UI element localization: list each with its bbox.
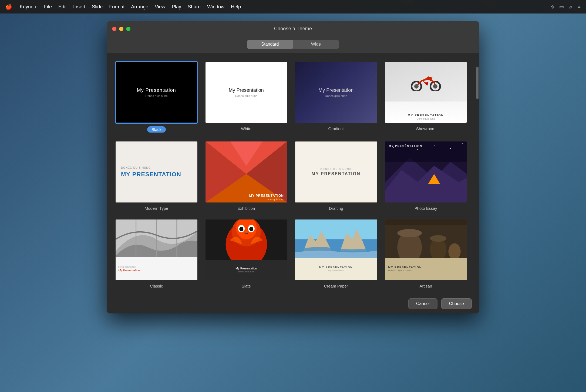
svg-point-31 [239, 227, 243, 231]
menubar-view[interactable]: View [155, 4, 165, 10]
slate-title: My Presentation [235, 267, 257, 270]
classic-bridge [116, 219, 197, 259]
artisan-subtitle: Donec quis nunc [388, 269, 413, 272]
themes-grid: My Presentation Donec quis nunc Black My… [115, 61, 467, 288]
gradient-subtitle: Donec quis nunc [325, 94, 347, 97]
theme-item-gradient[interactable]: My Presentation Donec quis nunc Gradient [294, 61, 378, 133]
close-button[interactable] [112, 27, 116, 31]
menubar-play[interactable]: Play [172, 4, 181, 10]
theme-name-white: White [241, 126, 251, 131]
theme-thumb-classic[interactable]: Lorem ipsum dolor My Presentation [115, 219, 198, 281]
theme-item-black[interactable]: My Presentation Donec quis nunc Black [115, 61, 198, 133]
cancel-button[interactable]: Cancel [408, 298, 437, 309]
svg-point-2 [414, 84, 419, 89]
theme-thumb-exhibition[interactable]: MY PRESENTATION Donec quis nunc [205, 141, 288, 203]
creampaper-subtitle: my presentation [328, 269, 344, 272]
scrollbar-track [476, 53, 479, 294]
theme-item-slate[interactable]: My Presentation Donec quis nunc Slate [205, 219, 288, 288]
theme-name-photoessay: Photo Essay [415, 206, 437, 211]
photoessay-title: MY PRESENTATION [389, 145, 422, 148]
theme-item-creampaper[interactable]: MY PRESENTATION my presentation Cream Pa… [294, 219, 378, 288]
creampaper-title: MY PRESENTATION [319, 266, 353, 269]
menubar-help[interactable]: Help [231, 4, 241, 10]
segmented-control: Standard Wide [247, 40, 339, 49]
theme-item-white[interactable]: My Presentation Donec quis nunc White [205, 61, 288, 133]
apple-menu[interactable]: 🍎 [5, 4, 12, 10]
theme-thumb-showroom[interactable]: MY PRESENTATION Donec quis nunc [384, 61, 468, 124]
dialog-content: My Presentation Donec quis nunc Black My… [107, 53, 479, 294]
menubar-keynote[interactable]: Keynote [20, 4, 38, 10]
svg-rect-41 [385, 219, 467, 225]
theme-item-photoessay[interactable]: MY PRESENTATION Photo Essay [384, 141, 468, 210]
classic-small: Lorem ipsum dolor [118, 266, 195, 268]
drafting-small: DONEC QUIS NUNC [320, 168, 352, 170]
menubar-arrange[interactable]: Arrange [131, 4, 148, 10]
theme-name-showroom: Showroom [416, 126, 436, 131]
airplay-icon[interactable]: ⎋ [551, 4, 554, 10]
svg-point-15 [417, 149, 418, 150]
theme-thumb-artisan[interactable]: MY PRESENTATION Donec quis nunc [384, 219, 468, 281]
svg-point-3 [433, 84, 437, 89]
showroom-subtitle: Donec quis nunc [417, 117, 435, 120]
white-subtitle: Donec quis nunc [235, 94, 257, 97]
exhibition-subtitle: Donec quis nunc [266, 198, 284, 201]
display-icon[interactable]: ▭ [559, 4, 564, 10]
choose-theme-dialog: Choose a Theme Standard Wide My Presenta… [107, 21, 479, 313]
svg-point-18 [462, 143, 463, 144]
theme-name-black: Black [147, 126, 166, 133]
list-icon[interactable]: ≡ [578, 4, 581, 10]
black-title: My Presentation [137, 87, 176, 93]
classic-title: My Presentation [118, 269, 195, 272]
theme-thumb-white[interactable]: My Presentation Donec quis nunc [205, 61, 288, 124]
theme-thumb-photoessay[interactable]: MY PRESENTATION [384, 141, 468, 203]
theme-item-artisan[interactable]: MY PRESENTATION Donec quis nunc Artisan [384, 219, 468, 288]
gradient-title: My Presentation [318, 87, 353, 93]
slate-parrot [206, 219, 287, 261]
svg-point-16 [433, 145, 434, 146]
menubar-format[interactable]: Format [109, 4, 124, 10]
theme-item-showroom[interactable]: MY PRESENTATION Donec quis nunc Showroom [384, 61, 468, 133]
menubar-slide[interactable]: Slide [92, 4, 103, 10]
theme-name-moderntype: Modern Type [145, 206, 168, 211]
menubar-window[interactable]: Window [207, 4, 224, 10]
theme-name-classic: Classic [150, 284, 163, 288]
menubar-file[interactable]: File [44, 4, 52, 10]
artisan-title: MY PRESENTATION [388, 266, 422, 269]
theme-item-exhibition[interactable]: MY PRESENTATION Donec quis nunc Exhibiti… [205, 141, 288, 210]
theme-item-classic[interactable]: Lorem ipsum dolor My Presentation Classi… [115, 219, 198, 288]
showroom-title: MY PRESENTATION [408, 114, 444, 117]
fullscreen-button[interactable] [126, 27, 130, 31]
theme-thumb-black[interactable]: My Presentation Donec quis nunc [115, 61, 198, 124]
theme-item-drafting[interactable]: DONEC QUIS NUNC MY PRESENTATION Drafting [294, 141, 378, 210]
theme-thumb-creampaper[interactable]: MY PRESENTATION my presentation [294, 219, 378, 281]
slate-subtitle: Donec quis nunc [238, 271, 254, 273]
creampaper-ocean [295, 219, 377, 259]
svg-point-39 [430, 235, 446, 242]
theme-name-slate: Slate [242, 284, 251, 288]
wide-button[interactable]: Wide [293, 40, 339, 49]
scrollbar-thumb[interactable] [476, 67, 479, 99]
search-icon[interactable]: ⌕ [569, 4, 572, 10]
theme-thumb-gradient[interactable]: My Presentation Donec quis nunc [294, 61, 378, 124]
exhibition-title: MY PRESENTATION [249, 194, 284, 198]
moderntype-small: DONEC QUIS NUNC [121, 166, 151, 169]
svg-point-40 [448, 243, 460, 259]
choose-button[interactable]: Choose [441, 298, 472, 309]
standard-button[interactable]: Standard [247, 40, 293, 49]
exhibition-bg [206, 141, 287, 202]
theme-thumb-drafting[interactable]: DONEC QUIS NUNC MY PRESENTATION [294, 141, 378, 203]
moderntype-title: MY PRESENTATION [121, 171, 181, 178]
theme-item-moderntype[interactable]: DONEC QUIS NUNC MY PRESENTATION Modern T… [115, 141, 198, 210]
menubar-edit[interactable]: Edit [58, 4, 67, 10]
traffic-lights [112, 27, 130, 31]
minimize-button[interactable] [119, 27, 123, 31]
svg-point-37 [397, 229, 422, 237]
theme-name-gradient: Gradient [328, 126, 344, 131]
theme-thumb-slate[interactable]: My Presentation Donec quis nunc [205, 219, 288, 281]
menubar-insert[interactable]: Insert [73, 4, 85, 10]
motorcycle-icon [410, 72, 442, 91]
menubar-share[interactable]: Share [188, 4, 201, 10]
artisan-pots [385, 219, 467, 259]
theme-thumb-moderntype[interactable]: DONEC QUIS NUNC MY PRESENTATION [115, 141, 198, 203]
themes-scroll-area[interactable]: My Presentation Donec quis nunc Black My… [107, 53, 476, 294]
